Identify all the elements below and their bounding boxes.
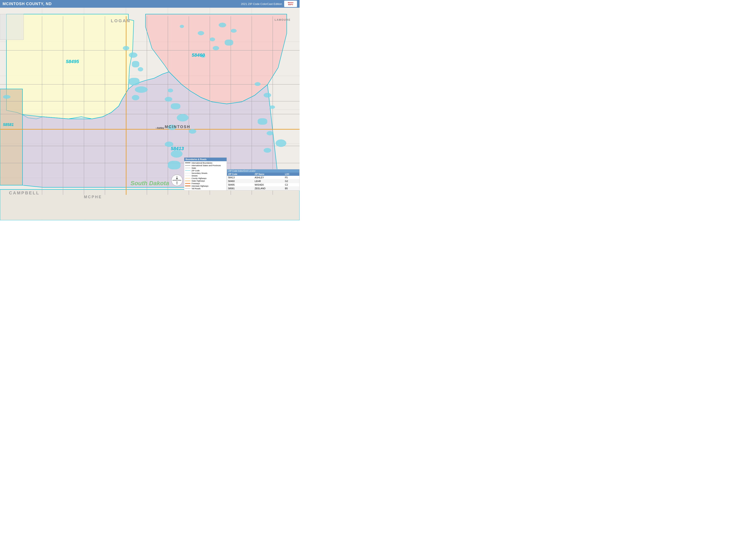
grid-line xyxy=(0,76,300,76)
boundary-row: County Highways xyxy=(185,177,226,180)
edition-label: 2021 ZIP Code ColorCast Edition xyxy=(241,2,282,6)
lake xyxy=(189,129,196,134)
lake xyxy=(264,93,271,98)
lake xyxy=(132,61,139,67)
border-label-lamoure: LAMOURE xyxy=(274,19,291,22)
lake xyxy=(123,46,129,50)
neighboring-county-stub xyxy=(0,14,24,40)
road xyxy=(105,16,105,195)
lake xyxy=(213,46,219,50)
col-header-zip: ZIP Code xyxy=(227,173,254,176)
boundary-row: Streets xyxy=(185,174,226,177)
boundary-row: International Boundaries xyxy=(185,162,226,164)
lake xyxy=(129,53,137,58)
svg-text:W: W xyxy=(172,180,174,181)
lake xyxy=(267,131,273,135)
zip-label-58495: 58495 xyxy=(66,59,79,64)
road xyxy=(84,16,84,195)
lake xyxy=(171,103,180,109)
lake xyxy=(168,161,180,169)
map-container: 58495 58460 58413 58581 LOGAN LAMOURE MC… xyxy=(0,8,300,220)
boundary-row: Freeways xyxy=(185,182,226,185)
grid-line xyxy=(0,110,300,110)
svg-text:E: E xyxy=(180,180,182,181)
grid-line xyxy=(0,42,300,42)
legend-panel: ZIP Code Index/Grid Locator ZIP Code ZIP… xyxy=(227,169,300,190)
boundary-row: Secondary Streets xyxy=(185,172,226,174)
place-label-logan: LOGAN xyxy=(111,19,131,23)
road xyxy=(147,16,147,195)
place-label-mcphe: MCPHE xyxy=(84,195,102,199)
legend-row: 58413ASHLEYF5 xyxy=(227,176,299,179)
col-header-name: ZIP Name xyxy=(254,173,284,176)
compass-rose: N S E W xyxy=(171,174,183,186)
zip-label-58460: 58460 xyxy=(192,53,205,58)
major-road-vertical xyxy=(126,16,127,195)
place-label-campbell: CAMPBELL xyxy=(9,190,40,196)
legend-header: ZIP Code Index/Grid Locator xyxy=(227,169,299,173)
page-title: MCINTOSH COUNTY, ND xyxy=(3,2,52,6)
boundary-row: State xyxy=(185,167,226,169)
boundary-legend-header: Boundaries & Roads xyxy=(184,158,227,161)
road xyxy=(0,50,300,50)
lake xyxy=(219,23,226,27)
lake xyxy=(132,95,139,100)
grid-line xyxy=(0,144,300,144)
south-dakota-label: South Dakota xyxy=(131,180,169,187)
road xyxy=(0,163,300,163)
lake xyxy=(255,82,261,86)
major-road-horizontal xyxy=(0,129,300,130)
lake xyxy=(180,25,184,28)
lake xyxy=(135,86,147,93)
road xyxy=(0,146,300,146)
legend-table: ZIP Code ZIP Name LOC 58413ASHLEYF558460… xyxy=(227,173,299,190)
ashley-marker: ▪ Ashley xyxy=(156,127,164,129)
col-header-loc: LOC xyxy=(284,173,299,176)
legend-row: 58495WISHEKC2 xyxy=(227,183,299,186)
header-right: 2021 ZIP Code ColorCast Edition MarketMA… xyxy=(241,1,297,7)
svg-point-15 xyxy=(176,180,177,181)
boundary-row: State Highways xyxy=(185,180,226,182)
lake xyxy=(168,89,173,92)
legend-row: 58460LEHRG2 xyxy=(227,179,299,183)
zip-label-58413: 58413 xyxy=(171,146,184,151)
lake xyxy=(264,148,271,153)
svg-text:S: S xyxy=(176,183,177,184)
header: MCINTOSH COUNTY, ND 2021 ZIP Code ColorC… xyxy=(0,0,300,8)
lake xyxy=(3,95,10,99)
boundary-row: Interstate Highways xyxy=(185,185,226,187)
road xyxy=(168,16,168,195)
boundary-row: ZIP Code xyxy=(185,169,226,172)
boundary-row: International States and Provinces xyxy=(185,164,226,167)
road xyxy=(252,16,252,195)
lake xyxy=(129,78,139,85)
boundary-row: Toll Roads xyxy=(185,187,226,190)
svg-text:N: N xyxy=(176,176,177,178)
legend-row: 58581ZEELANDB5 xyxy=(227,186,299,190)
lake xyxy=(225,40,233,45)
boundary-legend: Boundaries & Roads International Boundar… xyxy=(184,158,227,190)
county-label-mcintosh: MCINTOSH xyxy=(165,125,191,129)
lake xyxy=(258,118,267,125)
market-maps-logo: MarketMAPS xyxy=(284,1,297,7)
lake xyxy=(177,114,189,121)
zip-label-58581: 58581 xyxy=(3,123,14,127)
